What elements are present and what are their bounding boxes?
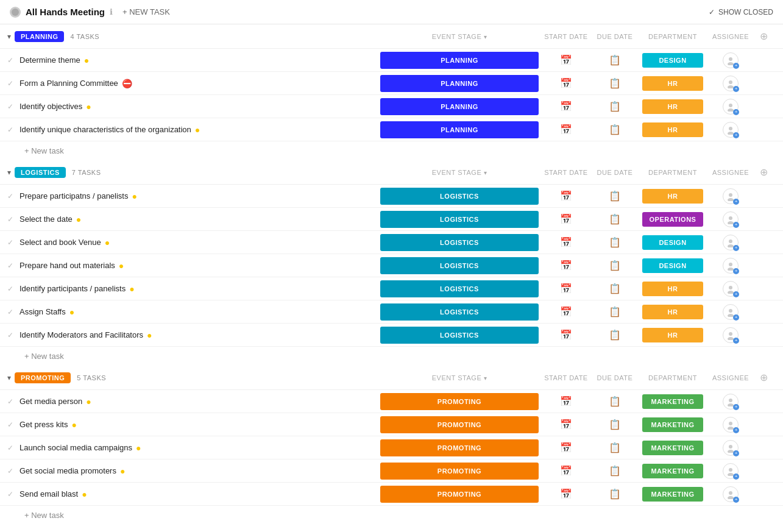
start-date-cell[interactable]: 📅	[542, 283, 590, 294]
task-check[interactable]: ✓	[7, 420, 19, 429]
calendar-icon[interactable]: 📅	[560, 54, 572, 66]
assignee-cell[interactable]: +	[706, 211, 755, 227]
stage-cell[interactable]: PROMOTING	[377, 484, 542, 504]
start-date-cell[interactable]: 📅	[542, 260, 590, 271]
assignee-avatar[interactable]: +	[723, 463, 739, 479]
dept-cell[interactable]: HR	[639, 121, 706, 138]
assignee-avatar[interactable]: +	[723, 327, 739, 343]
task-check[interactable]: ✓	[7, 79, 19, 88]
assignee-cell[interactable]: +	[706, 394, 755, 410]
assignee-avatar[interactable]: +	[723, 417, 739, 433]
assignee-cell[interactable]: +	[706, 440, 755, 456]
calendar-icon[interactable]: 📅	[560, 236, 572, 248]
dept-cell[interactable]: MARKETING	[639, 393, 706, 410]
dept-cell[interactable]: OPERATIONS	[639, 211, 706, 228]
assignee-cell[interactable]: +	[706, 188, 755, 204]
new-task-button[interactable]: + NEW TASK	[118, 5, 175, 19]
dept-cell[interactable]: DESIGN	[639, 257, 706, 274]
assignee-cell[interactable]: +	[706, 52, 755, 68]
assignee-avatar[interactable]: +	[723, 235, 739, 250]
calendar-due-icon[interactable]: 📋	[609, 283, 621, 294]
calendar-due-icon[interactable]: 📋	[609, 465, 621, 477]
stage-cell[interactable]: LOGISTICS	[377, 210, 542, 229]
assignee-avatar[interactable]: +	[723, 394, 739, 410]
due-date-cell[interactable]: 📋	[590, 260, 639, 271]
assignee-avatar[interactable]: +	[723, 211, 739, 227]
task-check[interactable]: ✓	[7, 192, 19, 200]
due-date-cell[interactable]: 📋	[590, 124, 639, 135]
task-check[interactable]: ✓	[7, 444, 19, 452]
calendar-due-icon[interactable]: 📋	[609, 190, 621, 202]
assignee-avatar[interactable]: +	[723, 440, 739, 456]
dept-cell[interactable]: HR	[639, 280, 706, 297]
stage-cell[interactable]: PLANNING	[377, 74, 542, 93]
start-date-cell[interactable]: 📅	[542, 442, 590, 453]
dept-cell[interactable]: HR	[639, 98, 706, 115]
start-date-cell[interactable]: 📅	[542, 306, 590, 317]
add-col-btn-logistics[interactable]: ⊕	[755, 166, 773, 178]
task-check[interactable]: ✓	[7, 397, 19, 406]
assignee-avatar[interactable]: +	[723, 99, 739, 115]
calendar-icon[interactable]: 📅	[560, 190, 572, 202]
assignee-avatar[interactable]: +	[723, 258, 739, 274]
assignee-avatar[interactable]: +	[723, 281, 739, 297]
calendar-due-icon[interactable]: 📋	[609, 213, 621, 225]
calendar-due-icon[interactable]: 📋	[609, 306, 621, 317]
start-date-cell[interactable]: 📅	[542, 419, 590, 430]
due-date-cell[interactable]: 📋	[590, 190, 639, 202]
assignee-cell[interactable]: +	[706, 463, 755, 479]
assignee-avatar[interactable]: +	[723, 52, 739, 68]
assignee-avatar[interactable]: +	[723, 304, 739, 320]
stage-cell[interactable]: PROMOTING	[377, 392, 542, 411]
stage-cell[interactable]: LOGISTICS	[377, 279, 542, 299]
calendar-icon[interactable]: 📅	[560, 77, 572, 89]
new-task-row-planning[interactable]: + New task	[0, 141, 783, 160]
calendar-icon[interactable]: 📅	[560, 124, 572, 135]
add-col-btn-planning[interactable]: ⊕	[755, 30, 773, 42]
calendar-due-icon[interactable]: 📋	[609, 77, 621, 89]
stage-cell[interactable]: PLANNING	[377, 51, 542, 70]
show-closed-toggle[interactable]: ✓ SHOW CLOSED	[709, 8, 773, 16]
calendar-icon[interactable]: 📅	[560, 395, 572, 407]
calendar-due-icon[interactable]: 📋	[609, 395, 621, 407]
dept-cell[interactable]: DESIGN	[639, 52, 706, 69]
start-date-cell[interactable]: 📅	[542, 213, 590, 225]
new-task-row-logistics[interactable]: + New task	[0, 347, 783, 366]
due-date-cell[interactable]: 📋	[590, 488, 639, 500]
stage-cell[interactable]: PLANNING	[377, 120, 542, 140]
assignee-cell[interactable]: +	[706, 327, 755, 343]
assignee-cell[interactable]: +	[706, 99, 755, 115]
dept-cell[interactable]: HR	[639, 188, 706, 205]
stage-cell[interactable]: LOGISTICS	[377, 233, 542, 252]
assignee-cell[interactable]: +	[706, 76, 755, 91]
start-date-cell[interactable]: 📅	[542, 54, 590, 66]
due-date-cell[interactable]: 📋	[590, 213, 639, 225]
calendar-due-icon[interactable]: 📋	[609, 101, 621, 112]
assignee-cell[interactable]: +	[706, 486, 755, 502]
dept-cell[interactable]: DESIGN	[639, 234, 706, 251]
due-date-cell[interactable]: 📋	[590, 465, 639, 477]
due-date-cell[interactable]: 📋	[590, 395, 639, 407]
start-date-cell[interactable]: 📅	[542, 329, 590, 341]
start-date-cell[interactable]: 📅	[542, 190, 590, 202]
due-date-cell[interactable]: 📋	[590, 77, 639, 89]
assignee-cell[interactable]: +	[706, 417, 755, 433]
calendar-icon[interactable]: 📅	[560, 442, 572, 453]
dept-cell[interactable]: HR	[639, 303, 706, 321]
due-date-cell[interactable]: 📋	[590, 54, 639, 66]
assignee-avatar[interactable]: +	[723, 122, 739, 138]
calendar-due-icon[interactable]: 📋	[609, 442, 621, 453]
calendar-due-icon[interactable]: 📋	[609, 124, 621, 135]
dept-cell[interactable]: HR	[639, 327, 706, 344]
calendar-icon[interactable]: 📅	[560, 465, 572, 477]
dept-cell[interactable]: MARKETING	[639, 439, 706, 456]
due-date-cell[interactable]: 📋	[590, 101, 639, 112]
task-check[interactable]: ✓	[7, 308, 19, 316]
task-check[interactable]: ✓	[7, 56, 19, 65]
calendar-due-icon[interactable]: 📋	[609, 419, 621, 430]
calendar-due-icon[interactable]: 📋	[609, 329, 621, 341]
stage-cell[interactable]: LOGISTICS	[377, 302, 542, 322]
calendar-due-icon[interactable]: 📋	[609, 488, 621, 500]
calendar-due-icon[interactable]: 📋	[609, 260, 621, 271]
assignee-cell[interactable]: +	[706, 281, 755, 297]
